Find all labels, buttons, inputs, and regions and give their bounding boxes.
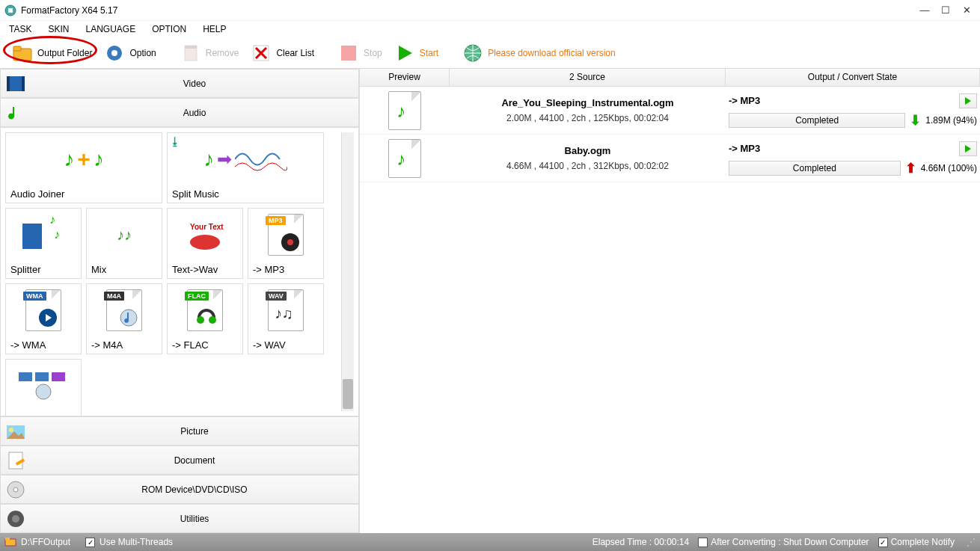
header-output[interactable]: Output / Convert State	[726, 69, 980, 86]
category-document[interactable]: Document	[0, 446, 359, 475]
task-preview: ♪	[360, 135, 450, 182]
output-folder-button[interactable]: Output Folder	[6, 40, 98, 67]
mp3-art: MP3	[251, 212, 320, 258]
svg-point-20	[190, 235, 220, 250]
tile-wma[interactable]: WMA -> WMA	[5, 283, 82, 354]
category-picture[interactable]: Picture	[0, 416, 359, 446]
tile-split-music[interactable]: ⭳ ♪➡ Split Music	[167, 132, 324, 203]
disc-icon	[5, 479, 26, 500]
svg-rect-31	[35, 372, 49, 381]
menu-skin[interactable]: SKIN	[45, 22, 72, 36]
clear-list-label: Clear List	[276, 48, 314, 58]
menu-bar: TASK SKIN LANGUAGE OPTION HELP	[0, 21, 980, 37]
menu-task[interactable]: TASK	[6, 22, 34, 36]
task-state-button[interactable]: Completed	[729, 161, 901, 176]
tile-m4a-label: -> M4A	[91, 339, 123, 351]
window-controls: — ☐ ✕	[920, 6, 976, 15]
svg-rect-30	[19, 372, 32, 381]
category-video-label: Video	[31, 79, 358, 89]
task-filename: Baby.ogm	[565, 145, 611, 156]
svg-point-27	[197, 316, 204, 324]
download-official-label: Please download official version	[488, 48, 616, 58]
folder-icon	[12, 43, 33, 64]
complete-notify-checkbox[interactable]: ✓	[878, 538, 888, 547]
complete-notify-label: Complete Notify	[891, 537, 955, 547]
svg-point-35	[9, 428, 13, 432]
task-row[interactable]: ♪ Are_You_Sleeping_Instrumental.ogm 2.00…	[360, 87, 980, 135]
start-button[interactable]: Start	[388, 40, 444, 67]
menu-help[interactable]: HELP	[200, 22, 229, 36]
task-state-button[interactable]: Completed	[729, 113, 905, 128]
menu-option[interactable]: OPTION	[149, 22, 189, 36]
play-icon	[965, 97, 971, 105]
stop-button[interactable]: Stop	[332, 40, 388, 67]
size-arrow-icon: ⬇	[910, 115, 921, 126]
tile-aac[interactable]: -> AAC AC3	[5, 359, 82, 416]
remove-button[interactable]: Remove	[174, 40, 245, 67]
elapsed-time: Elapsed Time : 00:00:14	[592, 537, 689, 547]
svg-text:♪♫: ♪♫	[275, 307, 293, 321]
task-play-button[interactable]	[959, 93, 977, 108]
mix-art: ♪♪	[90, 212, 159, 258]
category-audio[interactable]: Audio	[0, 98, 359, 127]
scrollbar[interactable]	[341, 132, 354, 411]
window-title: FormatFactory X64 5.17	[21, 5, 117, 16]
tile-text-wav[interactable]: Your Text Text->Wav	[167, 208, 243, 279]
audio-icon	[5, 102, 26, 123]
task-play-button[interactable]	[959, 141, 977, 156]
app-icon	[4, 4, 16, 16]
tile-flac[interactable]: FLAC -> FLAC	[167, 283, 243, 354]
svg-text:♪: ♪	[54, 228, 60, 241]
clear-icon	[251, 43, 272, 64]
text-wav-art: Your Text	[171, 212, 239, 258]
clear-list-button[interactable]: Clear List	[245, 40, 320, 67]
download-official-link[interactable]: Please download official version	[456, 40, 622, 67]
task-source: Are_You_Sleeping_Instrumental.ogm 2.00M …	[450, 87, 726, 134]
remove-label: Remove	[206, 48, 239, 58]
svg-point-23	[287, 239, 293, 245]
header-preview[interactable]: Preview	[360, 69, 450, 86]
tile-audio-joiner[interactable]: ♪+♪ Audio Joiner	[5, 132, 162, 203]
toolbar: Output Folder Option Remove Clear List S…	[0, 37, 980, 69]
minimize-button[interactable]: —	[920, 6, 929, 15]
menu-language[interactable]: LANGUAGE	[82, 22, 138, 36]
tile-mix[interactable]: ♪♪ Mix	[86, 208, 162, 279]
category-rom-label: ROM Device\DVD\CD\ISO	[31, 484, 358, 495]
category-utilities[interactable]: Utilities	[0, 504, 359, 533]
multithread-label: Use Multi-Threads	[99, 537, 173, 547]
wav-art: WAV♪♫	[251, 287, 320, 333]
wma-art: WMA	[9, 287, 78, 333]
play-icon	[394, 43, 415, 64]
close-button[interactable]: ✕	[962, 6, 971, 15]
tile-mp3[interactable]: MP3 -> MP3	[248, 208, 324, 279]
task-row[interactable]: ♪ Baby.ogm 4.66M , 44100 , 2ch , 312Kbps…	[360, 135, 980, 182]
tile-flac-label: -> FLAC	[172, 339, 209, 351]
utilities-icon	[5, 508, 26, 529]
tile-wav[interactable]: WAV♪♫ -> WAV	[248, 283, 324, 354]
category-rom[interactable]: ROM Device\DVD\CD\ISO	[0, 475, 359, 504]
tile-audio-joiner-label: Audio Joiner	[10, 188, 64, 200]
option-button[interactable]: Option	[98, 40, 162, 67]
main-area: Video Audio ♪+♪ Audio Joiner ⭳ ♪➡	[0, 69, 980, 533]
resize-grip[interactable]: ⋰	[967, 537, 976, 547]
gear-icon	[104, 43, 125, 64]
category-video[interactable]: Video	[0, 69, 359, 98]
svg-point-5	[111, 50, 117, 56]
tile-splitter[interactable]: ♪♪ Splitter	[5, 208, 82, 279]
header-source[interactable]: 2 Source	[450, 69, 726, 86]
after-converting-checkbox[interactable]	[698, 538, 708, 547]
status-bar: D:\FFOutput ✓ Use Multi-Threads Elapsed …	[0, 533, 980, 551]
folder-small-icon	[4, 535, 16, 550]
svg-rect-32	[52, 372, 65, 381]
task-output: -> MP3 Completed ⬆ 4.66M (100%)	[726, 135, 980, 182]
scrollbar-thumb[interactable]	[343, 379, 353, 409]
multithread-checkbox[interactable]: ✓	[85, 538, 95, 547]
maximize-button[interactable]: ☐	[941, 6, 950, 15]
output-path[interactable]: D:\FFOutput	[21, 537, 70, 547]
tile-wav-label: -> WAV	[253, 339, 286, 351]
globe-icon	[462, 43, 483, 64]
tile-splitter-label: Splitter	[10, 264, 40, 275]
flac-art: FLAC	[171, 287, 239, 333]
task-output: -> MP3 Completed ⬇ 1.89M (94%)	[726, 87, 980, 134]
tile-m4a[interactable]: M4A -> M4A	[86, 283, 162, 354]
